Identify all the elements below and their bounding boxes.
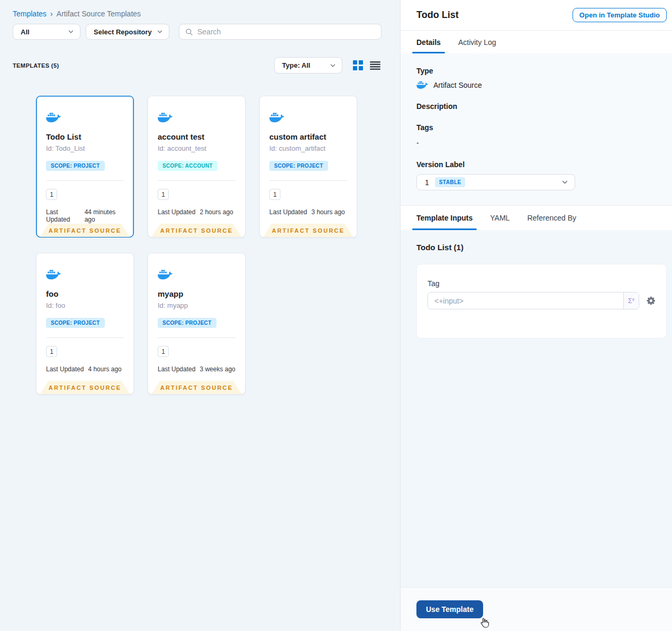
artifact-source-ribbon: ARTIFACT SOURCE bbox=[40, 224, 130, 237]
tag-input-wrapper: Σx bbox=[428, 292, 639, 309]
version-count-badge: 1 bbox=[46, 346, 57, 357]
scope-badge: SCOPE: ACCOUNT bbox=[158, 161, 217, 171]
sigma-icon: Σ bbox=[628, 297, 632, 305]
repository-filter-value: Select Repository bbox=[94, 28, 152, 36]
scope-filter-value: All bbox=[21, 28, 30, 36]
chevron-down-icon bbox=[157, 29, 163, 35]
expression-toggle-button[interactable]: Σx bbox=[623, 292, 639, 309]
type-value-row: Artifact Source bbox=[416, 81, 665, 89]
template-card-foo[interactable]: foo Id: foo SCOPE: PROJECT 1 Last Update… bbox=[36, 253, 134, 395]
template-card-custom-artifact[interactable]: custom artifact Id: custom_artifact SCOP… bbox=[259, 96, 357, 237]
card-id: Id: Todo_List bbox=[46, 144, 124, 152]
card-title: foo bbox=[46, 289, 124, 298]
description-label: Description bbox=[416, 102, 665, 111]
breadcrumb: Templates › Artifact Source Templates bbox=[13, 9, 387, 18]
card-title: custom artifact bbox=[269, 132, 347, 141]
details-panel-footer: Use Template bbox=[401, 587, 672, 631]
tab-yaml[interactable]: YAML bbox=[490, 206, 510, 230]
template-details-panel: Todo List Open in Template Studio Detail… bbox=[400, 0, 672, 631]
tag-input[interactable] bbox=[428, 292, 623, 309]
last-updated-row: Last Updated 3 hours ago bbox=[269, 208, 347, 216]
open-in-template-studio-button[interactable]: Open in Template Studio bbox=[573, 8, 667, 22]
breadcrumb-current: Artifact Source Templates bbox=[57, 10, 141, 18]
details-section: Type Artifact Source Description Tags - … bbox=[401, 53, 672, 205]
card-id: Id: myapp bbox=[158, 301, 235, 309]
version-label: Version Label bbox=[416, 160, 665, 169]
card-id: Id: foo bbox=[46, 301, 124, 309]
docker-icon bbox=[46, 112, 61, 123]
docker-icon bbox=[158, 269, 173, 280]
docker-icon bbox=[46, 269, 61, 280]
search-box bbox=[179, 24, 382, 40]
last-updated-label: Last Updated bbox=[158, 365, 195, 373]
last-updated-value: 3 hours ago bbox=[311, 208, 344, 216]
card-divider bbox=[158, 180, 235, 181]
last-updated-row: Last Updated 44 minutes ago bbox=[46, 208, 124, 223]
version-count-badge: 1 bbox=[269, 189, 280, 200]
stable-badge: STABLE bbox=[435, 177, 466, 187]
tag-input-row: Σx bbox=[428, 292, 656, 309]
details-panel-header: Todo List Open in Template Studio bbox=[401, 0, 672, 30]
artifact-source-ribbon: ARTIFACT SOURCE bbox=[152, 224, 242, 237]
template-card-account-test[interactable]: account test Id: account_test SCOPE: ACC… bbox=[148, 96, 246, 237]
last-updated-value: 2 hours ago bbox=[199, 208, 233, 216]
tags-value: - bbox=[416, 139, 665, 147]
type-filter-select[interactable]: Type: All bbox=[274, 57, 342, 74]
card-divider bbox=[158, 337, 235, 338]
last-updated-label: Last Updated bbox=[46, 208, 80, 223]
scope-badge: SCOPE: PROJECT bbox=[269, 161, 328, 171]
last-updated-row: Last Updated 3 weeks ago bbox=[158, 365, 235, 373]
tab-details[interactable]: Details bbox=[416, 31, 441, 53]
artifact-source-ribbon: ARTIFACT SOURCE bbox=[152, 381, 242, 394]
card-title: myapp bbox=[158, 289, 235, 298]
version-count-badge: 1 bbox=[158, 346, 169, 357]
sigma-sub: x bbox=[632, 297, 635, 302]
templates-list-header: TEMPLATES (5) Type: All bbox=[13, 57, 387, 74]
card-divider bbox=[269, 180, 347, 181]
tab-referenced-by[interactable]: Referenced By bbox=[527, 206, 576, 230]
use-template-button[interactable]: Use Template bbox=[416, 600, 483, 618]
template-cards-grid: Todo List Id: Todo_List SCOPE: PROJECT 1… bbox=[36, 96, 387, 395]
last-updated-value: 3 weeks ago bbox=[199, 365, 235, 373]
last-updated-value: 44 minutes ago bbox=[85, 208, 124, 223]
scope-badge: SCOPE: PROJECT bbox=[46, 161, 105, 171]
type-value: Artifact Source bbox=[433, 81, 482, 89]
card-id: Id: account_test bbox=[158, 144, 235, 152]
tag-label: Tag bbox=[428, 279, 656, 288]
templates-list-panel: Templates › Artifact Source Templates Al… bbox=[0, 0, 400, 631]
last-updated-label: Last Updated bbox=[158, 208, 195, 216]
breadcrumb-separator: › bbox=[50, 9, 53, 18]
card-id: Id: custom_artifact bbox=[269, 144, 347, 152]
breadcrumb-templates-link[interactable]: Templates bbox=[13, 10, 47, 18]
version-select[interactable]: 1 STABLE bbox=[416, 174, 575, 190]
chevron-down-icon bbox=[561, 179, 568, 186]
chevron-down-icon bbox=[68, 29, 74, 35]
search-icon bbox=[185, 28, 193, 36]
docker-icon bbox=[269, 112, 285, 123]
scope-badge: SCOPE: PROJECT bbox=[158, 318, 216, 328]
type-label: Type bbox=[416, 67, 665, 75]
template-card-myapp[interactable]: myapp Id: myapp SCOPE: PROJECT 1 Last Up… bbox=[148, 253, 246, 395]
scope-badge: SCOPE: PROJECT bbox=[46, 318, 105, 328]
scope-filter-select[interactable]: All bbox=[13, 24, 80, 40]
gear-icon[interactable] bbox=[647, 296, 656, 305]
repository-filter-select[interactable]: Select Repository bbox=[86, 24, 169, 40]
template-card-todo-list[interactable]: Todo List Id: Todo_List SCOPE: PROJECT 1… bbox=[36, 96, 134, 237]
view-toggle bbox=[353, 60, 380, 70]
templates-count-label: TEMPLATES (5) bbox=[13, 62, 59, 69]
list-view-icon[interactable] bbox=[370, 61, 380, 70]
inputs-card: Tag Σx bbox=[416, 264, 667, 339]
version-count-badge: 1 bbox=[158, 189, 169, 200]
card-title: account test bbox=[158, 132, 235, 141]
grid-view-icon[interactable] bbox=[353, 60, 363, 70]
search-input[interactable] bbox=[197, 28, 376, 36]
last-updated-row: Last Updated 4 hours ago bbox=[46, 365, 124, 373]
docker-icon bbox=[416, 81, 429, 89]
tab-template-inputs[interactable]: Template Inputs bbox=[416, 206, 473, 230]
template-inputs-section: Todo List (1) Tag Σx bbox=[401, 230, 672, 587]
tab-activity-log[interactable]: Activity Log bbox=[458, 31, 496, 53]
inputs-heading: Todo List (1) bbox=[416, 243, 667, 252]
panel-title: Todo List bbox=[416, 10, 459, 21]
tags-label: Tags bbox=[416, 123, 665, 132]
last-updated-value: 4 hours ago bbox=[88, 365, 121, 373]
